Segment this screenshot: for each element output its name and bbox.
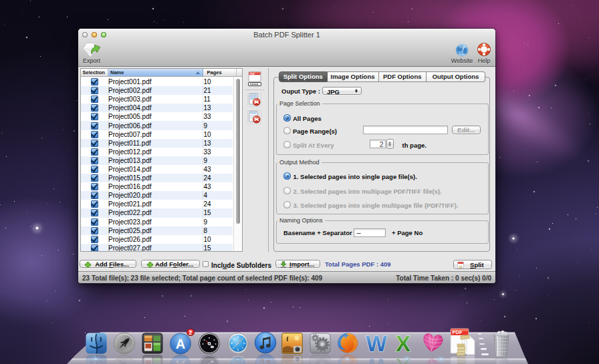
svg-text:W: W	[366, 331, 387, 355]
svg-text:X: X	[396, 331, 410, 355]
svg-text:A: A	[176, 358, 185, 364]
svg-text:A: A	[176, 337, 185, 351]
svg-text:PDF: PDF	[453, 329, 463, 335]
svg-text:W: W	[366, 355, 387, 364]
svg-text:PDF: PDF	[250, 72, 255, 75]
